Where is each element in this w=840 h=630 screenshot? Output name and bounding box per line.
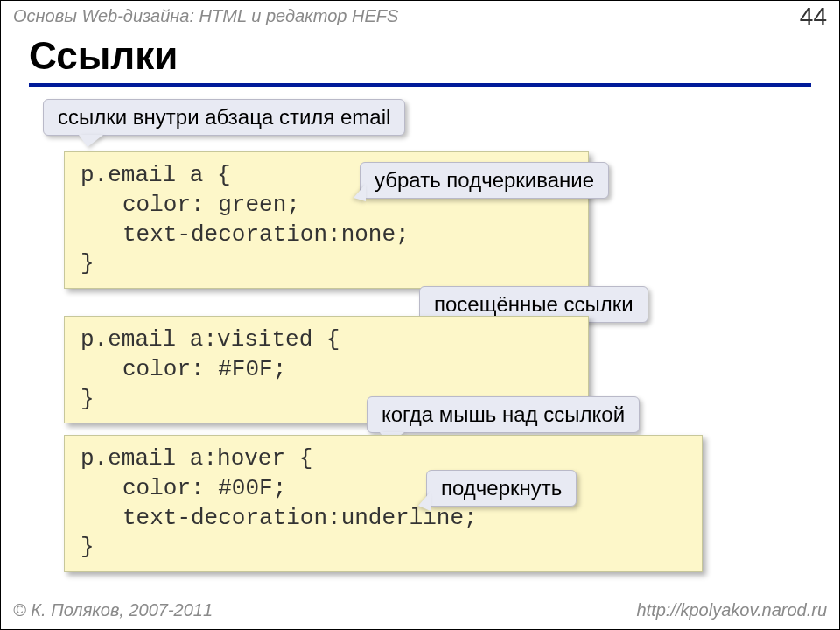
title-rule (29, 83, 811, 87)
callout-tail-icon (79, 135, 103, 147)
callout-text: убрать подчеркивание (374, 168, 594, 192)
code-line: text-decoration:none; (80, 220, 572, 250)
callout-hover: когда мышь над ссылкой (367, 396, 640, 433)
callout-underline: подчеркнуть (426, 470, 577, 507)
slide: Основы Web-дизайна: HTML и редактор HEFS… (0, 0, 840, 630)
callout-text: ссылки внутри абзаца стиля email (58, 105, 390, 129)
page-title: Ссылки (29, 34, 178, 78)
callout-text: подчеркнуть (441, 476, 562, 500)
callout-text: когда мышь над ссылкой (382, 402, 625, 426)
code-line: p.email a:hover { (80, 444, 686, 474)
code-line: color: #00F; (80, 474, 686, 504)
code-line: } (80, 533, 686, 563)
callout-links-in-email-paragraph: ссылки внутри абзаца стиля email (43, 99, 405, 136)
code-line: p.email a:visited { (80, 326, 572, 355)
code-block-hover: p.email a:hover { color: #00F; text-deco… (64, 435, 703, 572)
footer-url: http://kpolyakov.narod.ru (636, 600, 827, 620)
callout-tail-icon (418, 492, 430, 511)
footer-copyright: © К. Поляков, 2007-2011 (13, 600, 213, 620)
callout-text: посещённые ссылки (434, 292, 634, 316)
code-line: text-decoration:underline; (80, 504, 686, 534)
callout-remove-underline: убрать подчеркивание (360, 162, 609, 199)
course-title: Основы Web-дизайна: HTML и редактор HEFS (13, 6, 398, 26)
code-line: color: #F0F; (80, 355, 572, 385)
callout-tail-icon (354, 184, 366, 201)
page-number: 44 (800, 3, 827, 31)
code-line: } (80, 249, 572, 279)
